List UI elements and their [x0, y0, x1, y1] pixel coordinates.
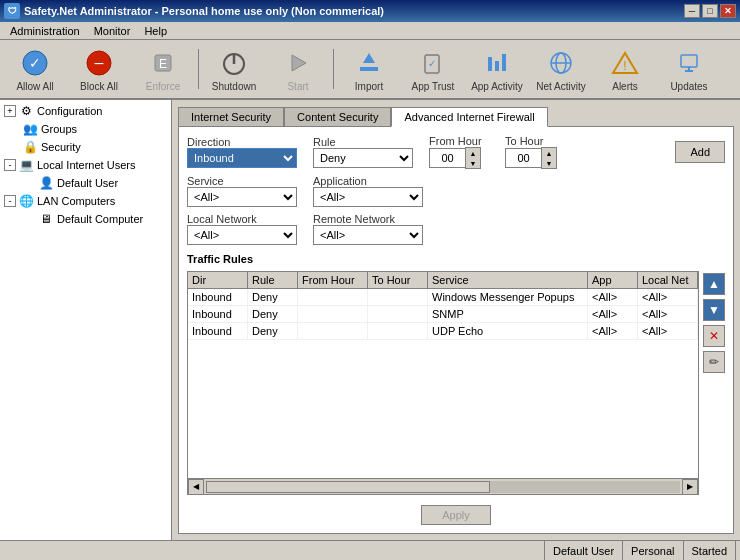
title-bar: 🛡 Safety.Net Administrator - Personal ho… — [0, 0, 740, 22]
from-hour-input[interactable] — [429, 148, 465, 168]
move-up-button[interactable]: ▲ — [703, 273, 725, 295]
sidebar-item-default-user[interactable]: 👤 Default User — [2, 174, 169, 192]
updates-label: Updates — [670, 81, 707, 92]
horizontal-scrollbar[interactable]: ◀ ▶ — [188, 478, 698, 494]
sidebar-label-groups: Groups — [41, 123, 77, 135]
sidebar-item-security[interactable]: 🔒 Security — [2, 138, 169, 156]
form-row-1: Direction Inbound Outbound Both Rule Den… — [187, 135, 725, 169]
menu-help[interactable]: Help — [138, 24, 173, 38]
expander-configuration[interactable]: + — [4, 105, 16, 117]
edit-button[interactable]: ✏ — [703, 351, 725, 373]
menu-administration[interactable]: Administration — [4, 24, 86, 38]
expander-lan[interactable]: - — [4, 195, 16, 207]
toolbar-updates[interactable]: Updates — [658, 42, 720, 96]
shutdown-icon — [218, 47, 250, 79]
start-icon — [282, 47, 314, 79]
from-hour-up[interactable]: ▲ — [466, 148, 480, 158]
remote-network-select[interactable]: <All> — [313, 225, 423, 245]
sidebar-label-default-computer: Default Computer — [57, 213, 143, 225]
local-network-select[interactable]: <All> — [187, 225, 297, 245]
col-app: App — [588, 272, 638, 288]
col-rule: Rule — [248, 272, 298, 288]
sidebar-item-configuration[interactable]: + ⚙ Configuration — [2, 102, 169, 120]
toolbar-start[interactable]: Start — [267, 42, 329, 96]
close-button[interactable]: ✕ — [720, 4, 736, 18]
svg-text:✓: ✓ — [428, 58, 436, 69]
to-hour-down[interactable]: ▼ — [542, 158, 556, 168]
move-down-button[interactable]: ▼ — [703, 299, 725, 321]
service-label: Service — [187, 175, 297, 187]
delete-button[interactable]: ✕ — [703, 325, 725, 347]
svg-marker-10 — [363, 53, 375, 63]
col-localnet: Local Net — [638, 272, 698, 288]
svg-rect-21 — [681, 55, 697, 67]
toolbar-allow-all[interactable]: ✓ Allow All — [4, 42, 66, 96]
toolbar-app-trust[interactable]: ✓ App Trust — [402, 42, 464, 96]
maximize-button[interactable]: □ — [702, 4, 718, 18]
main-layout: + ⚙ Configuration 👥 Groups 🔒 Security - … — [0, 100, 740, 540]
svg-text:!: ! — [623, 59, 626, 73]
app-activity-icon — [481, 47, 513, 79]
updates-icon — [673, 47, 705, 79]
direction-select[interactable]: Inbound Outbound Both — [187, 148, 297, 168]
sidebar-item-local-internet-users[interactable]: - 💻 Local Internet Users — [2, 156, 169, 174]
svg-rect-14 — [495, 61, 499, 71]
scroll-right-arrow[interactable]: ▶ — [682, 479, 698, 495]
enforce-label: Enforce — [146, 81, 180, 92]
col-fromhour: From Hour — [298, 272, 368, 288]
from-hour-down[interactable]: ▼ — [466, 158, 480, 168]
allow-all-icon: ✓ — [19, 47, 51, 79]
icon-default-user: 👤 — [38, 175, 54, 191]
app-trust-label: App Trust — [412, 81, 455, 92]
service-select[interactable]: <All> — [187, 187, 297, 207]
minimize-button[interactable]: ─ — [684, 4, 700, 18]
rule-label-group: Rule Deny Allow — [313, 136, 413, 168]
sidebar-item-default-computer[interactable]: 🖥 Default Computer — [2, 210, 169, 228]
import-icon — [353, 47, 385, 79]
tab-content-security[interactable]: Content Security — [284, 107, 391, 127]
traffic-rules-label: Traffic Rules — [187, 253, 725, 265]
table-row[interactable]: Inbound Deny SNMP <All> <All> — [188, 306, 698, 323]
form-row-2: Service <All> Application <All> — [187, 175, 725, 207]
table-row[interactable]: Inbound Deny Windows Messenger Popups <A… — [188, 289, 698, 306]
toolbar-app-activity[interactable]: App Activity — [466, 42, 528, 96]
title-bar-controls: ─ □ ✕ — [684, 4, 736, 18]
menu-monitor[interactable]: Monitor — [88, 24, 137, 38]
col-tohour: To Hour — [368, 272, 428, 288]
sidebar-item-lan-computers[interactable]: - 🌐 LAN Computers — [2, 192, 169, 210]
scroll-track[interactable] — [206, 481, 680, 493]
block-all-icon: – — [83, 47, 115, 79]
toolbar-block-all[interactable]: – Block All — [68, 42, 130, 96]
sidebar-item-groups[interactable]: 👥 Groups — [2, 120, 169, 138]
to-hour-spinner: ▲ ▼ — [505, 147, 565, 169]
apply-button[interactable]: Apply — [421, 505, 491, 525]
toolbar-shutdown[interactable]: Shutdown — [203, 42, 265, 96]
rule-select[interactable]: Deny Allow — [313, 148, 413, 168]
scroll-thumb[interactable] — [206, 481, 490, 493]
tab-advanced-internet-firewall[interactable]: Advanced Internet Firewall — [391, 107, 547, 127]
toolbar-import[interactable]: Import — [338, 42, 400, 96]
tab-internet-security[interactable]: Internet Security — [178, 107, 284, 127]
toolbar-net-activity[interactable]: Net Activity — [530, 42, 592, 96]
window-title: Safety.Net Administrator - Personal home… — [24, 5, 384, 17]
scroll-left-arrow[interactable]: ◀ — [188, 479, 204, 495]
to-hour-input[interactable] — [505, 148, 541, 168]
direction-label: Direction — [187, 136, 297, 148]
toolbar-divider-2 — [333, 49, 334, 89]
form-row-3: Local Network <All> Remote Network <All> — [187, 213, 725, 245]
icon-local-users: 💻 — [18, 157, 34, 173]
toolbar-alerts[interactable]: ! Alerts — [594, 42, 656, 96]
table-row[interactable]: Inbound Deny UDP Echo <All> <All> — [188, 323, 698, 340]
toolbar: ✓ Allow All – Block All E Enforce — [0, 40, 740, 100]
to-hour-up[interactable]: ▲ — [542, 148, 556, 158]
from-hour-label: From Hour — [429, 135, 489, 147]
alerts-icon: ! — [609, 47, 641, 79]
side-buttons: ▲ ▼ ✕ ✏ — [703, 271, 725, 495]
toolbar-enforce[interactable]: E Enforce — [132, 42, 194, 96]
icon-groups: 👥 — [22, 121, 38, 137]
status-user: Default User — [545, 541, 623, 560]
expander-local-users[interactable]: - — [4, 159, 16, 171]
application-select[interactable]: <All> — [313, 187, 423, 207]
traffic-rules-container: Dir Rule From Hour To Hour Service App L… — [187, 271, 725, 495]
add-button[interactable]: Add — [675, 141, 725, 163]
